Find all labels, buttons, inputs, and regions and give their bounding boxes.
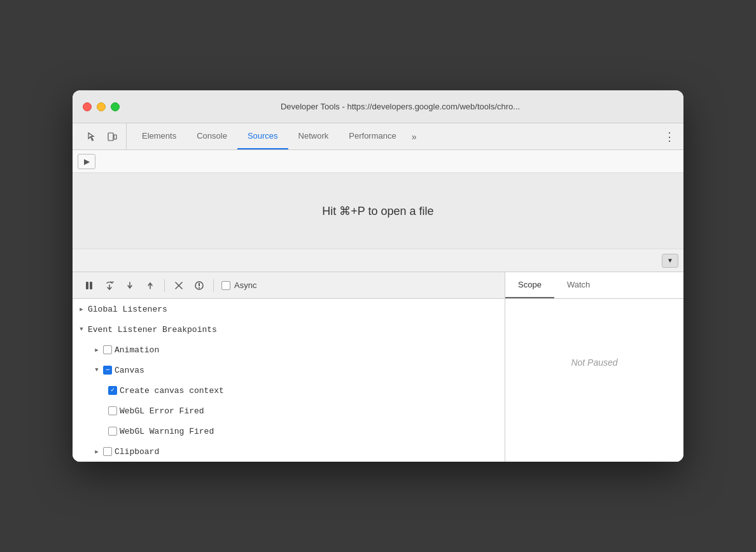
minimize-button[interactable]: [97, 102, 106, 111]
toolbar-icons: [78, 123, 127, 149]
tree-area: Global Listeners Event Listener Breakpoi…: [73, 299, 505, 462]
debug-separator-2: [213, 279, 214, 292]
dropdown-button[interactable]: ▼: [662, 254, 678, 268]
maximize-button[interactable]: [111, 102, 120, 111]
tab-menu-button[interactable]: ⋮: [661, 128, 678, 146]
animation-item[interactable]: Animation: [73, 340, 505, 360]
webgl-warning-item[interactable]: WebGL Warning Fired: [73, 421, 505, 441]
webgl-warning-label: WebGL Warning Fired: [120, 427, 500, 436]
tab-performance[interactable]: Performance: [339, 123, 406, 149]
inspect-element-button[interactable]: [83, 128, 101, 146]
hint-text: Hit ⌘+P to open a file: [322, 204, 433, 218]
deactivate-breakpoints-button[interactable]: [170, 277, 188, 294]
not-paused-text: Not Paused: [571, 357, 617, 368]
animation-checkbox[interactable]: [103, 345, 112, 354]
animation-arrow: [93, 347, 101, 354]
svg-rect-3: [90, 282, 92, 289]
clipboard-item[interactable]: Clipboard: [73, 441, 505, 462]
right-panel: Scope Watch Not Paused: [505, 272, 683, 462]
tab-elements[interactable]: Elements: [132, 123, 186, 149]
async-text: Async: [234, 280, 256, 290]
traffic-lights: [83, 102, 120, 111]
step-over-button[interactable]: [101, 277, 118, 294]
webgl-warning-checkbox[interactable]: [108, 427, 117, 436]
svg-rect-0: [108, 133, 113, 141]
close-button[interactable]: [83, 102, 92, 111]
create-canvas-context-item[interactable]: Create canvas context: [73, 380, 505, 401]
webgl-error-item[interactable]: WebGL Error Fired: [73, 401, 505, 421]
svg-rect-10: [199, 283, 200, 286]
webgl-error-checkbox[interactable]: [108, 406, 117, 415]
svg-rect-1: [114, 135, 116, 139]
create-canvas-context-label: Create canvas context: [120, 386, 500, 396]
dropdown-bar: ▼: [73, 249, 683, 272]
async-label-area: Async: [221, 280, 256, 290]
debugger-toolbar: Async: [73, 272, 505, 299]
tab-sources[interactable]: Sources: [237, 123, 288, 149]
title-bar: Developer Tools - https://developers.goo…: [73, 90, 683, 123]
tab-overflow-button[interactable]: »: [407, 123, 422, 149]
canvas-checkbox[interactable]: [103, 366, 112, 375]
event-listener-label: Event Listener Breakpoints: [88, 325, 500, 335]
device-toolbar-button[interactable]: [103, 128, 121, 146]
left-panel: Async Global Listeners Event Listener Br…: [73, 272, 505, 462]
tab-spacer: [422, 123, 661, 149]
create-canvas-context-checkbox[interactable]: [108, 386, 117, 395]
global-listeners-item[interactable]: Global Listeners: [73, 299, 505, 319]
async-checkbox[interactable]: [221, 281, 230, 290]
sources-toolbar: ▶: [73, 150, 683, 173]
global-listeners-arrow: [78, 306, 85, 313]
devtools-window: Developer Tools - https://developers.goo…: [73, 90, 683, 462]
clipboard-checkbox[interactable]: [103, 447, 112, 456]
animation-label: Animation: [115, 345, 500, 355]
tab-console[interactable]: Console: [186, 123, 237, 149]
canvas-item[interactable]: Canvas: [73, 360, 505, 380]
step-out-button[interactable]: [141, 277, 159, 294]
pause-button[interactable]: [80, 277, 98, 294]
pause-exceptions-button[interactable]: [190, 277, 208, 294]
bottom-panel: Async Global Listeners Event Listener Br…: [73, 272, 683, 462]
watch-tab[interactable]: Watch: [554, 272, 603, 298]
canvas-label: Canvas: [115, 366, 500, 375]
clipboard-label: Clipboard: [115, 447, 500, 457]
webgl-error-label: WebGL Error Fired: [120, 406, 500, 416]
window-title: Developer Tools - https://developers.goo…: [127, 102, 673, 111]
panel-toggle-button[interactable]: ▶: [78, 154, 95, 169]
svg-rect-2: [86, 282, 88, 289]
clipboard-arrow: [93, 448, 101, 455]
tab-network[interactable]: Network: [288, 123, 339, 149]
scope-tab[interactable]: Scope: [505, 272, 554, 298]
scope-watch-tabs: Scope Watch: [505, 272, 683, 299]
svg-rect-11: [199, 287, 200, 288]
file-hint-area: Hit ⌘+P to open a file: [73, 173, 683, 249]
debug-separator: [164, 279, 165, 292]
tab-bar: Elements Console Sources Network Perform…: [73, 123, 683, 150]
step-into-button[interactable]: [121, 277, 139, 294]
not-paused-area: Not Paused: [505, 299, 683, 426]
event-listener-breakpoints-item[interactable]: Event Listener Breakpoints: [73, 319, 505, 340]
canvas-arrow: [93, 367, 101, 373]
event-listener-arrow: [78, 326, 85, 333]
global-listeners-label: Global Listeners: [88, 305, 500, 314]
